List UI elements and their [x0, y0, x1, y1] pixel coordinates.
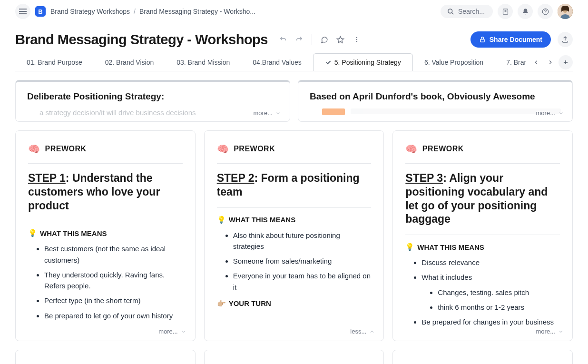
search-icon: [447, 8, 454, 15]
more-label: more...: [254, 109, 273, 117]
tab-value-proposition[interactable]: 6. Value Proposition: [413, 54, 495, 71]
notifications-button[interactable]: [518, 4, 533, 19]
nested-list: Changes, testing. sales pitch think 6 mo…: [421, 287, 560, 313]
workspace-badge[interactable]: B: [35, 6, 46, 17]
title-row: Brand Messaging Strategy - Workshops Sha…: [0, 23, 588, 53]
export-button[interactable]: [558, 32, 573, 47]
what-this-means: 💡 WHAT THIS MEANS: [28, 229, 183, 237]
more-label: more...: [536, 328, 555, 335]
list-item-text: What it includes: [421, 273, 472, 281]
list-item: Best customers (not the same as ideal cu…: [44, 243, 183, 266]
comments-button[interactable]: [318, 33, 331, 46]
comment-icon: [320, 36, 328, 44]
expand-button[interactable]: more...: [158, 328, 186, 335]
breadcrumb: Brand Strategy Workshops / Brand Messagi…: [50, 8, 255, 15]
notes-icon: [502, 8, 509, 15]
collapse-button[interactable]: less...: [350, 328, 375, 335]
book-preview: [322, 108, 561, 115]
lock-icon: [479, 36, 486, 43]
list-item: Discuss relevance: [421, 257, 560, 268]
tab-positioning-strategy[interactable]: 5. Positioning Strategy: [313, 53, 413, 71]
list-item: Also think about future positioning stra…: [233, 230, 372, 252]
breadcrumb-current[interactable]: Brand Messaging Strategy - Worksho...: [139, 8, 255, 15]
tabs: 01. Brand Purpose 02. Brand Vision 03. B…: [15, 53, 573, 71]
bullet-list: Also think about future positioning stra…: [217, 230, 372, 293]
chevron-down-icon: [558, 110, 564, 116]
redo-button[interactable]: [293, 33, 306, 46]
list-item: They understood quickly. Raving fans. Re…: [44, 269, 183, 292]
expand-button[interactable]: more...: [254, 109, 281, 117]
redo-icon: [295, 36, 303, 43]
favorite-button[interactable]: [334, 33, 347, 46]
book-placeholder: [351, 108, 561, 114]
step-number: STEP 2: [217, 172, 255, 184]
tabs-prev-button[interactable]: [530, 56, 542, 69]
step-card-5[interactable]: STEP 5: Isolate Your Unique: [204, 350, 384, 364]
chevron-down-icon: [558, 329, 564, 334]
bullet-list: Best customers (not the same as ideal cu…: [28, 243, 183, 321]
intro-right-title: Based on April Dunford's book, Obviously…: [310, 91, 561, 102]
bullet-list: Discuss relevance What it includes Chang…: [405, 257, 560, 327]
undo-button[interactable]: [276, 33, 290, 46]
step-number: STEP 1: [28, 172, 66, 184]
sub-label-text: WHAT THIS MEANS: [229, 216, 296, 224]
user-avatar[interactable]: [558, 4, 573, 19]
tabs-container: 01. Brand Purpose 02. Brand Vision 03. B…: [0, 53, 588, 71]
intro-card-right[interactable]: Based on April Dunford's book, Obviously…: [298, 80, 573, 122]
more-label: more...: [158, 328, 177, 335]
step-card-3[interactable]: 🧠 PREWORK STEP 3: Align your positioning…: [392, 130, 573, 341]
tab-brand-purpose[interactable]: 01. Brand Purpose: [15, 54, 94, 71]
step-card-6[interactable]: STEP 6: Map the Attributes to: [392, 350, 573, 364]
chevron-down-icon: [181, 329, 186, 334]
tabs-next-button[interactable]: [544, 56, 557, 69]
tab-brand-mission[interactable]: 03. Brand Mission: [165, 54, 241, 71]
search-placeholder: Search...: [458, 8, 485, 15]
undo-icon: [279, 36, 287, 43]
help-button[interactable]: [538, 4, 553, 19]
topbar: B Brand Strategy Workshops / Brand Messa…: [0, 0, 588, 23]
search-input[interactable]: Search...: [441, 5, 493, 18]
notes-button[interactable]: [498, 4, 513, 19]
list-item: Be prepared for changes in your business: [421, 316, 560, 327]
add-tab-button[interactable]: [559, 55, 573, 69]
prework-label: 🧠 PREWORK: [217, 143, 372, 155]
step-card-4[interactable]: STEP 4: List Your True: [15, 350, 196, 364]
list-item: Be prepared to let go of your own histor…: [44, 310, 183, 321]
svg-rect-8: [480, 39, 484, 42]
dots-vertical-icon: [353, 36, 360, 43]
sub-label-text: WHAT THIS MEANS: [40, 229, 107, 237]
list-item: What it includes Changes, testing. sales…: [421, 272, 560, 313]
menu-button[interactable]: [15, 4, 30, 19]
svg-point-7: [356, 41, 357, 42]
list-item: Perfect type (in the short term): [44, 295, 183, 306]
your-turn: 👉🏼 YOUR TURN: [217, 299, 372, 308]
tab-brand-values[interactable]: 04.Brand Values: [241, 54, 313, 71]
hamburger-icon: [19, 9, 27, 14]
expand-button[interactable]: more...: [536, 328, 564, 335]
list-item: Someone from sales/marketing: [233, 256, 372, 266]
tab-label: 5. Positioning Strategy: [334, 59, 401, 66]
prework-text: PREWORK: [234, 145, 275, 153]
page-title: Brand Messaging Strategy - Workshops: [15, 32, 268, 48]
upload-icon: [561, 36, 569, 43]
plus-icon: [562, 59, 569, 66]
separator: [312, 34, 312, 45]
intro-row: Deliberate Positioning Strategy: a strat…: [15, 80, 573, 122]
what-this-means: 💡 WHAT THIS MEANS: [405, 243, 560, 251]
share-button[interactable]: Share Document: [470, 31, 551, 48]
step-title: STEP 3: Align your positioning vocabular…: [405, 171, 560, 226]
bulb-icon: 💡: [217, 216, 226, 224]
more-options-button[interactable]: [350, 33, 363, 46]
intro-card-left[interactable]: Deliberate Positioning Strategy: a strat…: [15, 80, 290, 122]
intro-left-title: Deliberate Positioning Strategy:: [27, 91, 278, 102]
step-card-1[interactable]: 🧠 PREWORK STEP 1: Understand the custome…: [15, 130, 196, 341]
star-icon: [336, 36, 344, 44]
step-card-2[interactable]: 🧠 PREWORK STEP 2: Form a positioning tea…: [204, 130, 384, 341]
expand-button[interactable]: more...: [536, 109, 564, 117]
intro-left-text: a strategy decision/it will drive busine…: [39, 108, 278, 117]
check-icon: [325, 59, 332, 66]
tab-brand-vision[interactable]: 02. Brand Vision: [94, 54, 165, 71]
breadcrumb-parent[interactable]: Brand Strategy Workshops: [50, 8, 130, 15]
what-this-means: 💡 WHAT THIS MEANS: [217, 216, 372, 224]
brain-icon: 🧠: [28, 143, 40, 155]
